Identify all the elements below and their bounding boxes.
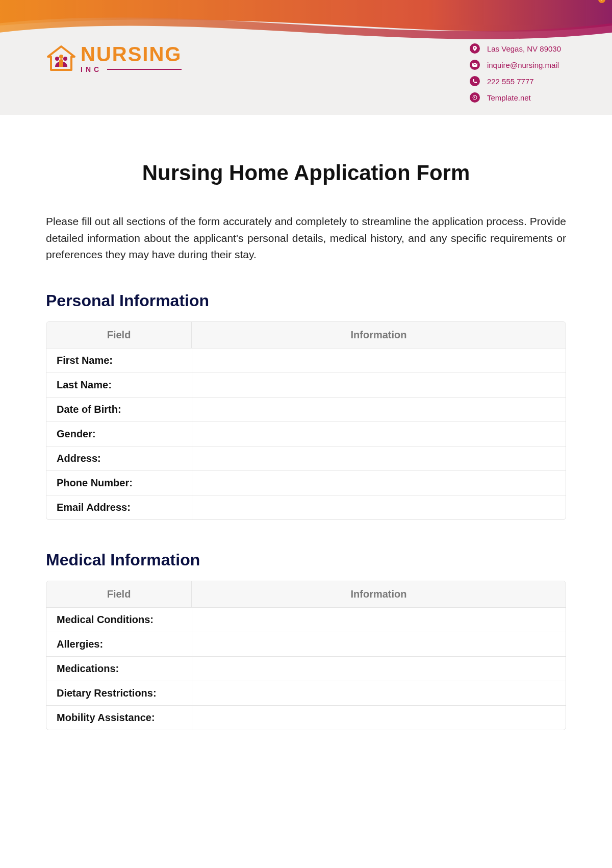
phone-icon: [470, 76, 480, 86]
field-input-cell[interactable]: [192, 632, 566, 657]
field-label: Date of Birth:: [46, 398, 192, 422]
table-row: Dietary Restrictions:: [46, 681, 566, 706]
field-label: Mobility Assistance:: [46, 706, 192, 730]
field-label: Allergies:: [46, 632, 192, 657]
field-input-cell[interactable]: [192, 398, 566, 422]
field-label: Medical Conditions:: [46, 608, 192, 632]
contact-address-text: Las Vegas, NV 89030: [487, 44, 561, 53]
field-label: Gender:: [46, 422, 192, 447]
table-header-field: Field: [46, 322, 192, 349]
location-icon: [470, 43, 480, 54]
table-row: Date of Birth:: [46, 398, 566, 422]
svg-point-0: [55, 57, 59, 61]
header-banner: NURSING + INC Las Vegas, NV 89030 inquir…: [0, 0, 612, 115]
table-row: Medical Conditions:: [46, 608, 566, 632]
table-row: Medications:: [46, 657, 566, 681]
field-label: Phone Number:: [46, 471, 192, 495]
table-row: Last Name:: [46, 373, 566, 398]
table-row: Mobility Assistance:: [46, 706, 566, 730]
field-input-cell[interactable]: [192, 373, 566, 398]
table-row: Phone Number:: [46, 471, 566, 495]
field-input-cell[interactable]: [192, 422, 566, 447]
field-label: Address:: [46, 447, 192, 471]
logo-title: NURSING: [81, 44, 182, 64]
logo: NURSING + INC: [46, 43, 182, 74]
field-label: Medications:: [46, 657, 192, 681]
email-icon: [470, 60, 480, 70]
plus-icon: +: [598, 0, 605, 3]
house-people-icon: [46, 43, 76, 74]
contact-email-text: inquire@nursing.mail: [487, 61, 559, 69]
table-header-information: Information: [192, 581, 566, 608]
logo-underline: [107, 69, 182, 70]
svg-point-2: [63, 57, 67, 61]
section-heading-personal: Personal Information: [46, 291, 566, 310]
contact-email: inquire@nursing.mail: [470, 60, 561, 70]
field-input-cell[interactable]: [192, 495, 566, 519]
field-input-cell[interactable]: [192, 657, 566, 681]
table-row: First Name:: [46, 349, 566, 373]
field-label: Dietary Restrictions:: [46, 681, 192, 706]
field-input-cell[interactable]: [192, 471, 566, 495]
contact-phone: 222 555 7777: [470, 76, 561, 86]
table-row: Email Address:: [46, 495, 566, 519]
contact-website: Template.net: [470, 92, 561, 103]
field-label: Email Address:: [46, 495, 192, 519]
field-input-cell[interactable]: [192, 706, 566, 730]
field-input-cell[interactable]: [192, 447, 566, 471]
table-row: Address:: [46, 447, 566, 471]
page-title: Nursing Home Application Form: [46, 161, 566, 185]
contact-info: Las Vegas, NV 89030 inquire@nursing.mail…: [470, 43, 561, 103]
personal-info-table: Field Information First Name:Last Name:D…: [46, 321, 566, 520]
table-row: Gender:: [46, 422, 566, 447]
field-input-cell[interactable]: [192, 608, 566, 632]
contact-phone-text: 222 555 7777: [487, 77, 534, 86]
svg-point-1: [59, 55, 63, 59]
contact-address: Las Vegas, NV 89030: [470, 43, 561, 54]
intro-paragraph: Please fill out all sections of the form…: [46, 213, 566, 263]
table-header-information: Information: [192, 322, 566, 349]
section-heading-medical: Medical Information: [46, 551, 566, 569]
contact-website-text: Template.net: [487, 93, 531, 102]
field-label: First Name:: [46, 349, 192, 373]
table-row: Allergies:: [46, 632, 566, 657]
logo-subtitle: INC: [81, 65, 102, 73]
table-header-field: Field: [46, 581, 192, 608]
field-input-cell[interactable]: [192, 681, 566, 706]
field-input-cell[interactable]: [192, 349, 566, 373]
globe-icon: [470, 92, 480, 103]
medical-info-table: Field Information Medical Conditions:All…: [46, 581, 566, 730]
field-label: Last Name:: [46, 373, 192, 398]
